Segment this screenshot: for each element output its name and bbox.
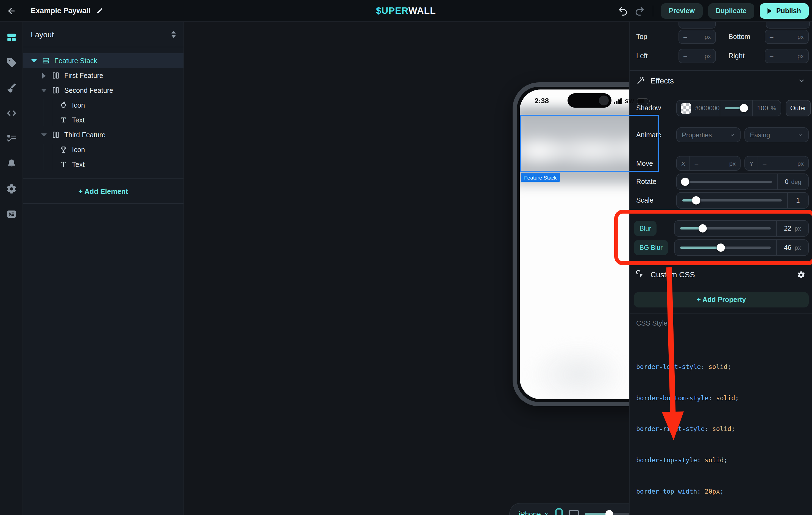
rail-item-console[interactable]	[3, 206, 20, 222]
rail-item-tags[interactable]	[3, 54, 20, 71]
landscape-orientation-button[interactable]	[569, 510, 579, 515]
edit-title-button[interactable]	[96, 7, 103, 14]
animate-properties-select[interactable]: Properties	[676, 127, 741, 142]
tree-item-second-feature[interactable]: Second Feature	[23, 83, 183, 98]
sort-toggle[interactable]	[171, 31, 176, 38]
top-actions: Preview Duplicate Publish	[618, 3, 812, 19]
left-input[interactable]: –px	[678, 49, 716, 63]
color-swatch[interactable]	[681, 103, 691, 113]
tree-item-label: Icon	[72, 101, 85, 109]
move-x-input[interactable]: X – px	[676, 156, 741, 171]
rail-item-code[interactable]	[3, 105, 20, 121]
rail-item-layout[interactable]	[3, 29, 20, 46]
battery-icon	[637, 98, 648, 104]
apple-icon	[59, 101, 67, 109]
chevron-down-icon	[798, 132, 803, 138]
tree-item-text[interactable]: T Text	[23, 113, 183, 127]
tree-item-icon[interactable]: Icon	[23, 142, 183, 157]
shadow-mode-button[interactable]: Outer	[786, 100, 811, 116]
layout-panel-header: Layout	[23, 22, 183, 47]
device-select[interactable]: iPhone	[519, 510, 550, 515]
scale-label: Scale	[636, 196, 676, 204]
css-rule: border-top-style: solid;	[636, 455, 812, 465]
scale-value[interactable]: 1	[787, 193, 808, 208]
tree-item-label: Feature Stack	[54, 57, 97, 64]
carrier-label: SW	[625, 98, 634, 104]
input-partial[interactable]	[766, 22, 810, 29]
bottom-input[interactable]: –px	[765, 30, 809, 44]
bottom-label: Bottom	[716, 33, 765, 41]
css-rule: border-bottom-style: solid;	[636, 393, 812, 403]
rail-item-settings[interactable]	[3, 181, 20, 197]
signal-icon	[614, 98, 622, 104]
animate-easing-select[interactable]: Easing	[745, 127, 809, 142]
redo-button[interactable]	[634, 5, 645, 16]
css-rule: border-left-style: solid;	[636, 362, 812, 372]
top-input[interactable]: –px	[678, 30, 716, 44]
tree-item-label: Text	[72, 116, 85, 124]
top-bar: Example Paywall $UPERWALL Preview Duplic…	[0, 0, 812, 22]
caret-down-icon[interactable]	[31, 59, 37, 62]
text-icon: T	[59, 160, 67, 169]
rotate-value[interactable]: 0 deg	[777, 174, 808, 189]
rotate-slider[interactable]	[677, 174, 777, 189]
tree-item-third-feature[interactable]: Third Feature	[23, 127, 183, 142]
move-y-input[interactable]: Y – px	[745, 156, 809, 171]
publish-button[interactable]: Publish	[760, 3, 809, 19]
bg-blur-slider[interactable]	[675, 240, 776, 255]
chevron-down-icon[interactable]	[798, 77, 805, 85]
play-icon	[767, 8, 772, 13]
rail-item-styles[interactable]	[3, 80, 20, 96]
bg-blur-value[interactable]: 46 px	[776, 240, 808, 255]
gear-icon[interactable]	[797, 270, 805, 279]
scale-slider[interactable]	[677, 193, 787, 208]
input-partial[interactable]	[678, 22, 716, 29]
shadow-color-picker[interactable]: #000000	[677, 100, 720, 116]
cursor-click-icon	[636, 270, 645, 279]
inspector-panel: Top –px Bottom –px Left –px Right –px Ef…	[629, 22, 812, 515]
tree-item-first-feature[interactable]: First Feature	[23, 68, 183, 83]
preview-button[interactable]: Preview	[661, 3, 703, 19]
undo-button[interactable]	[618, 5, 629, 16]
effects-title: Effects	[650, 76, 674, 85]
rows-icon	[42, 57, 50, 65]
left-icon-rail	[0, 22, 23, 515]
tree-item-text[interactable]: T Text	[23, 157, 183, 172]
bell-icon	[6, 158, 17, 169]
caret-right-icon[interactable]	[41, 73, 47, 78]
shadow-opacity-value[interactable]: 100 %	[753, 100, 781, 116]
shadow-opacity-slider[interactable]	[720, 100, 752, 116]
add-property-button[interactable]: + Add Property	[634, 292, 809, 307]
back-button[interactable]	[0, 0, 23, 22]
custom-css-section-header[interactable]: Custom CSS	[636, 270, 805, 279]
selection-outline[interactable]	[520, 115, 659, 172]
rail-item-notifications[interactable]	[3, 155, 20, 172]
rail-item-tasks[interactable]	[3, 130, 20, 147]
rotate-row: Rotate 0 deg	[636, 174, 809, 190]
tree-item-feature-stack[interactable]: Feature Stack	[23, 53, 183, 68]
custom-css-title: Custom CSS	[650, 270, 695, 279]
add-element-button[interactable]: + Add Element	[23, 178, 183, 204]
effects-section-header[interactable]: Effects	[636, 76, 805, 85]
tree-item-icon[interactable]: Icon	[23, 98, 183, 113]
blur-toggle[interactable]: Blur	[634, 221, 657, 236]
caret-down-icon[interactable]	[41, 133, 47, 137]
bg-blur-toggle[interactable]: BG Blur	[634, 240, 668, 255]
css-code-block[interactable]: border-left-style: solid; border-bottom-…	[636, 341, 812, 515]
duplicate-button[interactable]: Duplicate	[708, 3, 754, 19]
canvas[interactable]: 2:38 SW Feature Stack iPhone	[184, 22, 629, 515]
tree-item-label: Third Feature	[64, 131, 106, 139]
paintbrush-icon	[6, 82, 17, 93]
blur-value[interactable]: 22 px	[776, 221, 808, 236]
spacing-row-left-right: Left –px Right –px	[636, 49, 809, 63]
tree-item-label: First Feature	[64, 72, 103, 79]
css-rule: border-right-style: solid;	[636, 424, 812, 434]
portrait-orientation-button[interactable]	[556, 508, 563, 515]
caret-down-icon[interactable]	[41, 89, 47, 92]
blur-slider[interactable]	[675, 221, 776, 236]
tree-item-label: Text	[72, 160, 85, 168]
divider	[630, 313, 812, 313]
right-input[interactable]: –px	[765, 49, 809, 63]
columns-icon	[52, 131, 60, 139]
scale-row: Scale 1	[636, 192, 809, 209]
